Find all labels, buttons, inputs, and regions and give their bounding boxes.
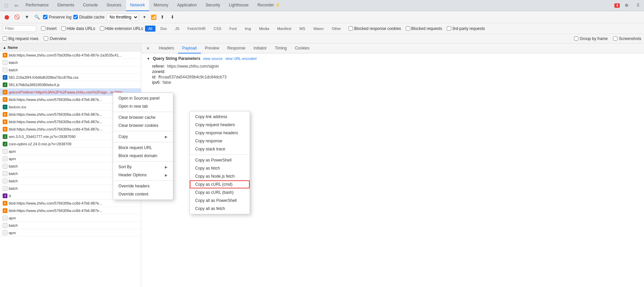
invert-label[interactable]: Invert <box>41 26 57 31</box>
blocked-requests-label[interactable]: Blocked requests <box>406 26 442 31</box>
close-detail-button[interactable]: ✕ <box>144 44 152 52</box>
filter-toggle-button[interactable]: ▼ <box>23 13 31 21</box>
copy-submenu-item[interactable]: Copy as Node.js fetch <box>190 172 250 180</box>
overview-checkbox[interactable] <box>44 36 48 41</box>
copy-submenu-item[interactable]: Copy stack trace <box>190 145 250 153</box>
big-request-rows-label[interactable]: Big request rows <box>3 36 38 41</box>
screenshots-label[interactable]: Screenshots <box>613 36 641 41</box>
third-party-requests-checkbox[interactable] <box>447 26 451 31</box>
request-item[interactable]: Bblob:https://www.zhihu.com/5766309a-cc8… <box>0 207 141 214</box>
copy-submenu-item[interactable]: Copy all as fetch <box>190 205 250 213</box>
context-menu-item[interactable]: Header Options▶ <box>113 171 173 179</box>
disable-cache-label[interactable]: Disable cache <box>73 15 104 20</box>
filter-type-doc[interactable]: Doc <box>157 26 170 32</box>
device-icon[interactable]: ▭ <box>11 1 21 10</box>
tab-application[interactable]: Application <box>173 0 201 11</box>
blocked-response-cookies-label[interactable]: Blocked response cookies <box>349 26 401 31</box>
preserve-log-label[interactable]: Preserve log <box>43 15 71 20</box>
detail-tab-response[interactable]: Response <box>223 43 249 53</box>
filter-type-font[interactable]: Font <box>226 26 240 32</box>
filter-type-manifest[interactable]: Manifest <box>274 26 294 32</box>
detail-tab-preview[interactable]: Preview <box>201 43 223 53</box>
filter-type-css[interactable]: CSS <box>211 26 224 32</box>
tab-security[interactable]: Security <box>202 0 224 11</box>
blocked-requests-checkbox[interactable] <box>406 26 410 31</box>
copy-submenu-item[interactable]: Copy request headers <box>190 121 250 129</box>
filter-type-js[interactable]: JS <box>172 26 182 32</box>
filter-type-img[interactable]: Img <box>242 26 254 32</box>
tab-network[interactable]: Network <box>126 0 149 11</box>
tab-elements[interactable]: Elements <box>53 0 78 11</box>
hide-extension-urls-label[interactable]: Hide extension URLs <box>100 26 143 31</box>
copy-submenu-item[interactable]: Copy response headers <box>190 129 250 137</box>
big-request-rows-checkbox[interactable] <box>3 36 7 41</box>
context-menu-item[interactable]: Override content <box>113 190 173 198</box>
filter-type-media[interactable]: Media <box>256 26 272 32</box>
context-menu-item[interactable]: Open in new tab <box>113 102 173 110</box>
copy-submenu-item[interactable]: Copy all as PowerShell <box>190 196 250 205</box>
request-item[interactable]: □batch <box>0 59 141 66</box>
overview-label[interactable]: Overview <box>44 36 66 41</box>
throttle-dropdown-icon[interactable]: ▾ <box>141 13 149 21</box>
detail-tab-timing[interactable]: Timing <box>271 43 291 53</box>
invert-checkbox[interactable] <box>41 26 45 31</box>
throttle-select[interactable]: No throttling <box>107 13 139 21</box>
copy-submenu-item[interactable]: Copy as PowerShell <box>190 156 250 164</box>
context-menu-item[interactable]: Copy▶ <box>113 133 173 141</box>
hide-extension-urls-checkbox[interactable] <box>100 26 104 31</box>
context-menu-item[interactable]: Clear browser cache <box>113 113 173 121</box>
view-url-encoded-link[interactable]: view URL-encoded <box>225 57 256 61</box>
clear-button[interactable]: 🚫 <box>13 13 21 21</box>
tab-performance[interactable]: Performance <box>22 0 53 11</box>
copy-submenu-item[interactable]: Copy as fetch <box>190 164 250 172</box>
request-item[interactable]: □apm <box>0 214 141 222</box>
copy-submenu-item[interactable]: Copy response <box>190 137 250 145</box>
request-item[interactable]: Bblob:https://www.zhihu.com/57bb309a-cc8… <box>0 51 141 59</box>
settings-icon[interactable]: ⚙ <box>622 1 631 10</box>
tab-sources[interactable]: Sources <box>103 0 126 11</box>
filter-input[interactable] <box>3 25 36 32</box>
search-button[interactable]: 🔍 <box>33 13 41 21</box>
record-stop-button[interactable]: ⬤ <box>3 13 11 21</box>
copy-submenu-item[interactable]: Copy as cURL (cmd) <box>190 180 250 188</box>
context-menu-item[interactable]: Open in Sources panel <box>113 94 173 102</box>
tab-recorder[interactable]: Recorder ⚡ <box>253 0 284 11</box>
group-by-frame-checkbox[interactable] <box>574 36 578 41</box>
view-source-link[interactable]: view source <box>203 57 222 61</box>
detail-tab-payload[interactable]: Payload <box>178 43 201 53</box>
blocked-response-cookies-checkbox[interactable] <box>349 26 353 31</box>
copy-submenu-item[interactable]: Copy as cURL (bash) <box>190 188 250 196</box>
download-icon[interactable]: ⬇ <box>169 13 177 21</box>
third-party-requests-label[interactable]: 3rd-party requests <box>447 26 485 31</box>
context-menu-item[interactable]: Clear browser cookies <box>113 121 173 130</box>
context-menu-item[interactable]: Block request URL <box>113 144 173 152</box>
group-by-frame-label[interactable]: Group by frame <box>574 36 608 41</box>
filter-type-ws[interactable]: WS <box>296 26 308 32</box>
hide-data-urls-checkbox[interactable] <box>61 26 66 31</box>
request-item[interactable]: J581.b7fdb5a388185080ebc4.js <box>0 81 141 88</box>
disable-cache-checkbox[interactable] <box>73 15 78 19</box>
tab-lighthouse[interactable]: Lighthouse <box>225 0 253 11</box>
context-menu-item[interactable]: Sort By▶ <box>113 163 173 171</box>
copy-submenu-item[interactable]: Copy link address <box>190 113 250 121</box>
request-item[interactable]: □batch <box>0 222 141 229</box>
filter-type-other[interactable]: Other <box>329 26 344 32</box>
inspect-icon[interactable]: ⬚ <box>1 1 11 10</box>
request-item[interactable]: Bblob:https://www.zhihu.com/5766309a-cc8… <box>0 200 141 207</box>
more-icon[interactable]: ⠿ <box>633 1 643 10</box>
preserve-log-checkbox[interactable] <box>43 15 47 19</box>
request-item[interactable]: C581.216a26f4.fc6d6d6209ba70cc878a.css <box>0 74 141 81</box>
context-menu-item[interactable]: Block request domain <box>113 152 173 160</box>
detail-tab-headers[interactable]: Headers <box>155 43 178 53</box>
request-item[interactable]: □batch <box>0 66 141 74</box>
tab-console[interactable]: Console <box>79 0 102 11</box>
hide-data-urls-label[interactable]: Hide data URLs <box>61 26 95 31</box>
request-item[interactable]: □apm <box>0 229 141 237</box>
screenshots-checkbox[interactable] <box>613 36 617 41</box>
filter-type-all[interactable]: All <box>145 26 155 32</box>
tab-memory[interactable]: Memory <box>150 0 172 11</box>
detail-tab-initiator[interactable]: Initiator <box>249 43 271 53</box>
filter-type-fetch-xhr[interactable]: Fetch/XHR <box>184 26 209 32</box>
upload-icon[interactable]: ⬆ <box>158 13 167 21</box>
filter-type-wasm[interactable]: Wasm <box>310 26 327 32</box>
